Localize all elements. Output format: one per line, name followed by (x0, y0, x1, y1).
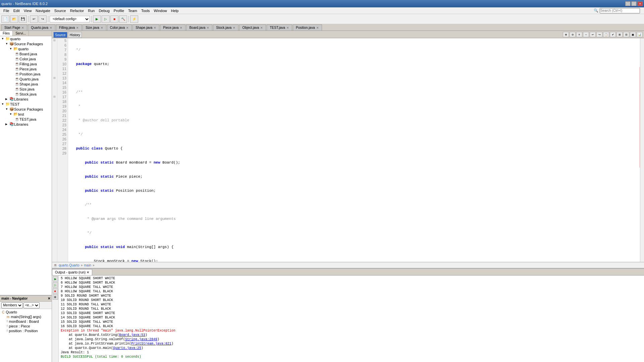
tab-stock-java[interactable]: Stock.java ✕ (213, 24, 238, 31)
tab-close-position[interactable]: ✕ (316, 26, 319, 29)
file-piece[interactable]: ☕ Piece.java (0, 66, 52, 71)
file-test-java[interactable]: ☕ TEST.java (0, 117, 52, 122)
libraries-quarto[interactable]: ▶ 📚 Libraries (0, 97, 52, 102)
menu-edit[interactable]: Edit (11, 8, 22, 13)
undo-button[interactable]: ↩ (30, 15, 38, 23)
tab-close-piece[interactable]: ✕ (180, 26, 182, 29)
tab-close-start[interactable]: ✕ (21, 26, 24, 29)
tab-board-java[interactable]: Board.java ✕ (186, 24, 212, 31)
menu-refactor[interactable]: Refactor (68, 8, 86, 13)
tab-start-page[interactable]: Start Page ✕ (1, 24, 27, 31)
tab-filling-java[interactable]: Filling.java ✕ (56, 24, 82, 31)
nav-member-piece[interactable]: f piece : Piece (1, 324, 50, 328)
tab-object-java[interactable]: Object.java ✕ (239, 24, 266, 31)
menu-debug[interactable]: Debug (97, 8, 111, 13)
save-button[interactable]: 💾 (19, 15, 27, 23)
files-tab[interactable]: Files (0, 31, 13, 36)
menu-source[interactable]: Source (52, 8, 68, 13)
menu-tools[interactable]: Tools (139, 8, 152, 13)
editor-ctrl-12[interactable]: 📊 (637, 32, 643, 37)
stop-button[interactable]: ■ (110, 15, 118, 23)
nav-member-main[interactable]: m main(String[] args) (1, 314, 50, 319)
file-stock[interactable]: ☕ Stock.java (0, 92, 52, 97)
new-button[interactable]: 📄 (1, 15, 9, 23)
tab-close-size[interactable]: ✕ (101, 26, 103, 29)
debug-button[interactable]: ▷ (102, 15, 110, 23)
file-filling[interactable]: ☕ Filling.java (0, 61, 52, 66)
output-btn-2[interactable]: ▷ (53, 282, 58, 288)
search-input[interactable] (600, 8, 640, 13)
services-tab[interactable]: Servi... (13, 31, 29, 36)
editor-ctrl-8[interactable]: ✔ (610, 32, 616, 37)
menu-file[interactable]: File (1, 8, 11, 13)
restore-button[interactable]: □ (631, 1, 637, 6)
tab-quarto-java[interactable]: Quarto.java ✕ (28, 24, 55, 31)
nav-class-item[interactable]: C Quarto (1, 310, 50, 314)
breadcrumb-method[interactable]: main (84, 263, 91, 267)
menu-view[interactable]: View (22, 8, 34, 13)
tab-close-stock[interactable]: ✕ (233, 26, 235, 29)
stack-link-4[interactable]: Quarto.java:25 (113, 346, 141, 350)
editor-ctrl-1[interactable]: ⊕ (563, 32, 569, 37)
file-board[interactable]: ☕ Board.java (0, 51, 52, 56)
profile-button[interactable]: ⚡ (130, 15, 138, 23)
tab-piece-java[interactable]: Piece.java ✕ (160, 24, 185, 31)
editor-ctrl-3[interactable]: ≡ (576, 32, 582, 37)
menu-navigate[interactable]: Navigate (34, 8, 52, 13)
menu-team[interactable]: Team (126, 8, 139, 13)
run-button[interactable]: ▶ (93, 15, 101, 23)
tab-close-quarto[interactable]: ✕ (50, 26, 52, 29)
navigator-close-icon[interactable]: ✕ (48, 297, 50, 300)
tab-test-java[interactable]: TEST.java ✕ (267, 24, 292, 31)
nav-member-position[interactable]: f position : Position (1, 328, 50, 333)
tab-close-object[interactable]: ✕ (260, 26, 263, 29)
menu-window[interactable]: Window (152, 8, 169, 13)
package-quarto[interactable]: ▼ 📂 quarto (0, 46, 52, 51)
open-button[interactable]: 📂 (10, 15, 18, 23)
close-button[interactable]: ✕ (637, 1, 643, 6)
fold-marker-16[interactable]: ⊟ (52, 76, 57, 80)
file-size[interactable]: ☕ Size.java (0, 86, 52, 92)
editor-ctrl-4[interactable]: ↔ (583, 32, 589, 37)
tab-color-java[interactable]: Color.java ✕ (107, 24, 132, 31)
tab-close-board[interactable]: ✕ (207, 26, 209, 29)
history-tab-button[interactable]: History (68, 32, 82, 38)
project-test[interactable]: ▼ 📁 TEST (0, 102, 52, 107)
tab-shape-java[interactable]: Shape.java ✕ (132, 24, 159, 31)
output-run-tab[interactable]: Output - quarto (run) ✕ (52, 269, 92, 275)
code-scrollbar[interactable] (640, 38, 644, 262)
libraries-test[interactable]: ▶ 📚 Libraries (0, 122, 52, 127)
build-button[interactable]: 🔨 (119, 15, 127, 23)
stack-link-1[interactable]: Board.java:53 (119, 333, 145, 337)
source-packages-test[interactable]: ▼ 📦 Source Packages (0, 107, 52, 112)
filter-dropdown[interactable]: <e...> (23, 302, 40, 308)
editor-ctrl-5[interactable]: ↩ (590, 32, 596, 37)
output-btn-4[interactable]: ⊞ (53, 294, 58, 300)
fold-marker-19[interactable]: ⊟ (52, 95, 57, 99)
menu-run[interactable]: Run (86, 8, 97, 13)
tab-size-java[interactable]: Size.java ✕ (83, 24, 106, 31)
editor-ctrl-10[interactable]: ⊟ (623, 32, 629, 37)
file-color[interactable]: ☕ Color.java (0, 56, 52, 61)
file-position[interactable]: ☕ Position.java (0, 71, 52, 76)
redo-button[interactable]: ↪ (39, 15, 47, 23)
fold-marker-8[interactable]: ⊟ (52, 38, 57, 43)
stack-link-2[interactable]: String.java:2849 (125, 338, 157, 341)
members-dropdown[interactable]: Members (1, 302, 23, 308)
menu-profile[interactable]: Profile (112, 8, 126, 13)
tab-close-filling[interactable]: ✕ (76, 26, 79, 29)
editor-ctrl-2[interactable]: ⊖ (570, 32, 576, 37)
output-btn-3[interactable]: ■ (53, 288, 58, 294)
tab-close-color[interactable]: ✕ (126, 26, 129, 29)
file-shape[interactable]: ☕ Shape.java (0, 81, 52, 86)
breadcrumb-class[interactable]: quarto.Quarto (59, 263, 79, 267)
tab-position-java[interactable]: Position.java ✕ (293, 24, 322, 31)
source-packages-quarto[interactable]: ▼ 📦 Source Packages (0, 41, 52, 46)
editor-ctrl-11[interactable]: ▣ (630, 32, 636, 37)
output-btn-1[interactable]: ▶ (53, 276, 58, 282)
package-test[interactable]: ▼ 📂 test (0, 112, 52, 117)
editor-ctrl-9[interactable]: ⊞ (616, 32, 623, 37)
nav-member-monboard[interactable]: f monBoard : Board (1, 319, 50, 324)
source-tab-button[interactable]: Source (53, 32, 67, 38)
project-quarto[interactable]: ▼ 📁 quarto (0, 36, 52, 41)
